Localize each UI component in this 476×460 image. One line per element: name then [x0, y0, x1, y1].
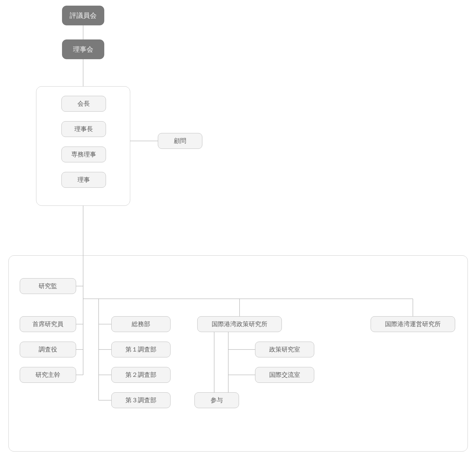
- node-rijikai: 理事会: [62, 39, 104, 59]
- org-chart-canvas: 評議員会 理事会 会長 理事長 専務理事 理事 顧問 研究監 首席研究員 調査役…: [0, 0, 476, 460]
- label: 調査役: [39, 345, 57, 354]
- label: 第３調査部: [125, 396, 156, 404]
- label: 評議員会: [70, 11, 97, 20]
- node-hyogiinkai: 評議員会: [62, 6, 104, 25]
- node-chosa3: 第３調査部: [111, 392, 171, 408]
- label: 首席研究員: [32, 320, 63, 328]
- label: 政策研究室: [269, 345, 300, 354]
- node-chosa2: 第２調査部: [111, 367, 171, 383]
- node-komon: 顧問: [158, 133, 202, 149]
- label: 総務部: [132, 320, 150, 328]
- node-shuseki-kenkyuin: 首席研究員: [20, 316, 76, 332]
- node-senmu-riji: 専務理事: [61, 147, 106, 162]
- node-kenkyukan: 研究監: [20, 278, 76, 294]
- label: 研究監: [39, 282, 57, 290]
- label: 参与: [211, 396, 223, 404]
- node-kokusai-koryushitsu: 国際交流室: [255, 367, 314, 383]
- label: 専務理事: [71, 150, 96, 159]
- node-rijicho: 理事長: [61, 121, 106, 137]
- node-sanyo: 参与: [194, 392, 239, 408]
- node-seisaku-kenkyushitsu: 政策研究室: [255, 342, 314, 357]
- node-chosa1: 第１調査部: [111, 342, 171, 357]
- label: 理事: [78, 176, 90, 184]
- node-kenkyu-shukan: 研究主幹: [20, 367, 76, 383]
- node-chosayaku: 調査役: [20, 342, 76, 357]
- label: 理事会: [73, 45, 93, 54]
- node-kaicho: 会長: [61, 96, 106, 112]
- node-seisaku-kenkyusho: 国際港湾政策研究所: [197, 316, 282, 332]
- label: 国際港湾政策研究所: [212, 320, 267, 328]
- node-riji: 理事: [61, 172, 106, 188]
- label: 第２調査部: [125, 371, 156, 379]
- label: 顧問: [174, 137, 186, 145]
- group-departments: [8, 255, 468, 452]
- label: 第１調査部: [125, 345, 156, 354]
- label: 国際港湾運営研究所: [385, 320, 441, 328]
- label: 会長: [78, 99, 90, 108]
- node-somubu: 総務部: [111, 316, 171, 332]
- label: 研究主幹: [36, 371, 60, 379]
- label: 理事長: [74, 125, 93, 133]
- label: 国際交流室: [269, 371, 300, 379]
- node-unei-kenkyusho: 国際港湾運営研究所: [371, 316, 455, 332]
